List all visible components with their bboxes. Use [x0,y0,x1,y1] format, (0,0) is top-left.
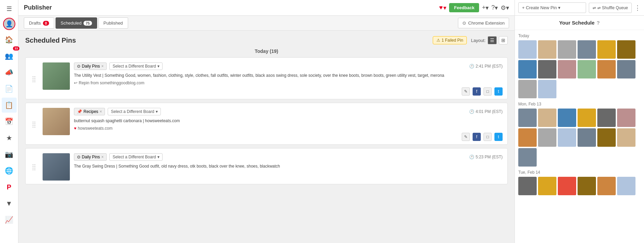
thumb-mon-11[interactable] [597,128,616,147]
sidebar-item-document[interactable]: 📄 [2,81,17,96]
thumb-today-5[interactable] [597,40,616,59]
thumb-today-9[interactable] [558,60,576,78]
tab-published[interactable]: Published [98,17,128,29]
more-options-button[interactable]: ⋮ [634,4,641,12]
thumb-today-4[interactable] [578,40,596,59]
thumb-tue-2[interactable] [538,177,556,195]
plus-button[interactable]: +▾ [482,4,489,12]
edit-icon-1[interactable]: ✎ [462,87,470,96]
grid-layout-button[interactable]: ⊞ [499,36,508,44]
schedule-today-thumbs [518,40,641,98]
thumb-mon-8[interactable] [538,128,556,147]
pin-source-2: ♥ howsweeteats.com [74,126,503,131]
thumb-mon-7[interactable] [518,128,537,147]
dropdown-icon: ▾ [157,64,159,69]
remove-board-2[interactable]: × [99,109,102,114]
menu-icon[interactable]: ☰ [3,3,15,15]
thumb-today-12[interactable] [617,60,635,78]
tab-drafts[interactable]: Drafts 0 [24,17,54,29]
thumb-today-14[interactable] [538,80,556,98]
schedule-topbar: + Create New Pin ▾ ⇌ ⇌ Shuffle Queue ⋮ [515,0,644,16]
thumb-today-1[interactable] [518,40,537,59]
thumb-tue-5[interactable] [597,177,616,195]
pin-board-row-1: ⊙ Daily Pins × Select a Different Board … [74,62,503,70]
heart-button[interactable]: ♥ ▾ [439,4,447,12]
edit-icon-2[interactable]: ✎ [462,133,470,141]
chrome-extension-button[interactable]: ⊙ Chrome Extension [458,18,509,28]
dropdown-icon-2: ▾ [156,109,158,114]
sidebar-item-people[interactable]: 👥 33 [2,48,17,63]
failed-pin-badge[interactable]: ⚠ 1 Failed Pin [433,36,467,44]
drag-handle[interactable]: ⣿ [30,62,37,96]
thumb-mon-10[interactable] [578,128,596,147]
sidebar-item-publisher[interactable]: 📋 [2,98,17,113]
remove-board-3[interactable]: × [101,155,104,159]
facebook-share-2[interactable]: f [473,133,481,141]
board-select-2[interactable]: Select a Different Board ▾ [108,108,160,115]
thumb-mon-2[interactable] [538,109,556,127]
delete-icon-1[interactable]: □ [484,87,492,96]
thumb-today-3[interactable] [558,40,576,59]
schedule-help-icon[interactable]: ? [597,20,600,26]
sidebar-item-instagram[interactable]: 📷 [2,147,17,162]
thumb-mon-4[interactable] [578,109,596,127]
create-pin-button[interactable]: + Create New Pin ▾ [518,2,586,13]
thumb-mon-1[interactable] [518,109,537,127]
feedback-button[interactable]: Feedback [449,3,479,12]
thumb-mon-13[interactable] [518,148,537,167]
board-select-1[interactable]: Select a Different Board ▾ [109,62,162,70]
schedule-tue-thumbs [518,177,641,195]
thumb-today-10[interactable] [578,60,596,78]
remove-board-1[interactable]: × [101,64,104,69]
thumb-tue-4[interactable] [578,177,596,195]
thumb-mon-3[interactable] [558,109,576,127]
time-label-2: 4:01 PM (EST) [476,109,503,114]
thumb-today-7[interactable] [518,60,537,78]
tab-drafts-label: Drafts [29,20,41,26]
topbar-right: ♥ ▾ Feedback +▾ ?▾ ⚙▾ [439,3,509,12]
sidebar-item-filter[interactable]: ▼ [2,196,17,211]
plus-icon: + [482,4,486,11]
pin-actions-1: ✎ f □ t [74,87,503,96]
avatar[interactable]: 👤 [3,18,15,30]
drag-handle-3[interactable]: ⣿ [30,153,37,181]
repin-icon: ↩ [74,81,77,85]
settings-icon: ⚙ [501,4,506,12]
help-button[interactable]: ?▾ [491,4,498,12]
thumb-today-11[interactable] [597,60,616,78]
tab-scheduled[interactable]: Scheduled 75 [56,17,97,29]
heart-chevron: ▾ [443,4,446,12]
thumb-tue-1[interactable] [518,177,537,195]
thumb-mon-6[interactable] [617,109,635,127]
delete-icon-2[interactable]: □ [484,133,492,141]
sidebar-item-globe[interactable]: 🌐 [2,163,17,178]
board-select-3[interactable]: Select a Different Board ▾ [109,153,162,161]
shuffle-queue-button[interactable]: ⇌ ⇌ Shuffle Queue [589,3,632,13]
twitter-share-1[interactable]: t [494,87,503,96]
thumb-today-13[interactable] [518,80,537,98]
thumb-today-6[interactable] [617,40,635,59]
pin-image-1 [43,62,70,90]
thumb-today-8[interactable] [538,60,556,78]
thumb-mon-12[interactable] [617,128,635,147]
thumb-today-2[interactable] [538,40,556,59]
sidebar-item-home[interactable]: 🏠 [2,32,17,47]
thumb-mon-9[interactable] [558,128,576,147]
sidebar-item-megaphone[interactable]: 📣 [2,65,17,80]
drag-handle-2[interactable]: ⣿ [30,108,37,141]
sidebar-item-pinterest[interactable]: P [2,180,17,195]
thumb-tue-6[interactable] [617,177,635,195]
schedule-mon-thumbs [518,109,641,167]
twitter-share-2[interactable]: t [494,133,503,141]
sidebar-item-star[interactable]: ★ [2,130,17,145]
thumb-mon-5[interactable] [597,109,616,127]
settings-button[interactable]: ⚙▾ [501,4,509,12]
dropdown-icon-3: ▾ [157,155,159,159]
thumb-tue-3[interactable] [558,177,576,195]
list-layout-button[interactable]: ☰ [488,36,497,44]
source-label-2: howsweeteats.com [78,126,112,131]
clock-icon-2: 🕐 [469,109,474,114]
sidebar-item-analytics[interactable]: 📈 [2,212,17,227]
sidebar-item-calendar[interactable]: 📅 [2,114,17,129]
facebook-share-1[interactable]: f [473,87,481,96]
